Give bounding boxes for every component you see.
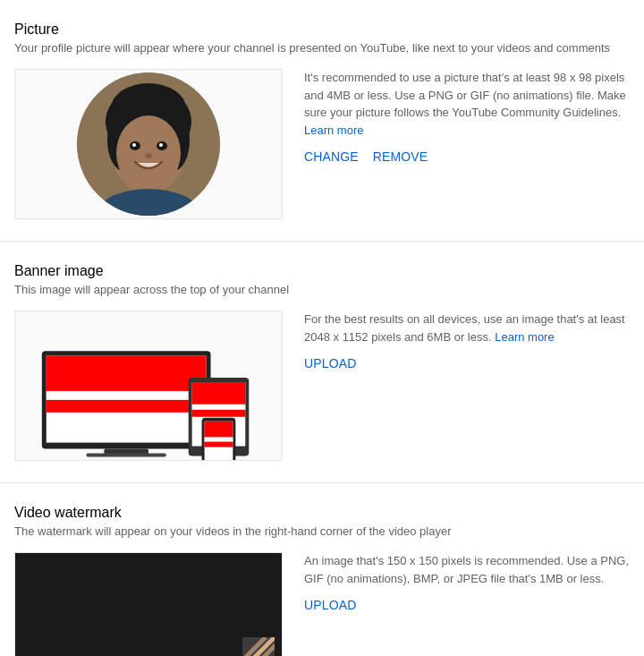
svg-rect-20 xyxy=(86,453,165,456)
watermark-action-buttons: UPLOAD xyxy=(304,598,630,612)
picture-action-buttons: CHANGE REMOVE xyxy=(304,149,630,164)
banner-subtitle: This image will appear across the top of… xyxy=(14,283,630,296)
banner-svg xyxy=(15,311,282,461)
profile-svg xyxy=(77,72,220,216)
svg-rect-18 xyxy=(47,400,207,413)
profile-picture xyxy=(77,72,220,216)
svg-point-10 xyxy=(159,143,163,147)
picture-preview xyxy=(14,69,283,219)
picture-title: Picture xyxy=(14,21,630,38)
picture-section: Picture Your profile picture will appear… xyxy=(0,0,644,242)
banner-learn-more-link[interactable]: Learn more xyxy=(495,330,554,344)
watermark-subtitle: The watermark will appear on your videos… xyxy=(14,524,630,538)
watermark-preview xyxy=(14,552,283,656)
picture-learn-more-link[interactable]: Learn more xyxy=(304,124,363,137)
picture-content: It's recommended to use a picture that's… xyxy=(14,69,630,219)
banner-upload-button[interactable]: UPLOAD xyxy=(304,356,356,371)
svg-rect-24 xyxy=(192,405,246,410)
watermark-icon xyxy=(242,637,275,656)
svg-rect-25 xyxy=(192,410,246,417)
banner-action-buttons: UPLOAD xyxy=(304,356,630,371)
watermark-section: Video watermark The watermark will appea… xyxy=(0,483,644,656)
banner-title: Banner image xyxy=(14,263,630,279)
banner-info-text: For the best results on all devices, use… xyxy=(304,311,630,345)
svg-rect-17 xyxy=(47,391,207,400)
svg-rect-28 xyxy=(205,422,233,438)
watermark-upload-button[interactable]: UPLOAD xyxy=(304,598,356,612)
change-button[interactable]: CHANGE xyxy=(304,149,359,164)
watermark-content: An image that's 150 x 150 pixels is reco… xyxy=(14,552,630,656)
picture-subtitle: Your profile picture will appear where y… xyxy=(14,41,630,55)
svg-rect-30 xyxy=(205,442,233,447)
picture-info-panel: It's recommended to use a picture that's… xyxy=(304,69,630,164)
banner-preview xyxy=(14,311,283,461)
svg-rect-29 xyxy=(205,438,233,442)
remove-button[interactable]: REMOVE xyxy=(373,149,428,164)
banner-info-panel: For the best results on all devices, use… xyxy=(304,311,630,371)
watermark-title: Video watermark xyxy=(14,505,630,521)
watermark-info-text: An image that's 150 x 150 pixels is reco… xyxy=(304,552,630,587)
banner-section: Banner image This image will appear acro… xyxy=(0,242,644,483)
svg-rect-23 xyxy=(192,382,246,405)
svg-rect-16 xyxy=(47,355,207,391)
watermark-info-panel: An image that's 150 x 150 pixels is reco… xyxy=(304,552,630,612)
banner-content: For the best results on all devices, use… xyxy=(14,311,630,461)
svg-point-9 xyxy=(132,143,136,147)
svg-point-11 xyxy=(145,153,152,158)
picture-info-text: It's recommended to use a picture that's… xyxy=(304,69,630,139)
